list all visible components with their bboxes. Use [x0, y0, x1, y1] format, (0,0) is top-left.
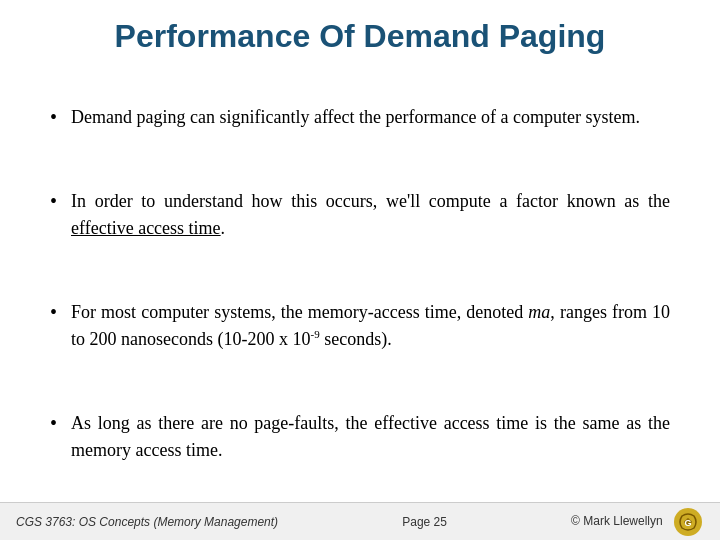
bullet-dot-1: •: [50, 106, 57, 129]
svg-text:G: G: [684, 518, 691, 528]
bullet-item-1: • Demand paging can significantly affect…: [50, 104, 670, 131]
ma-italic: ma: [528, 302, 550, 322]
bullet-text-3: For most computer systems, the memory-ac…: [71, 299, 670, 353]
bullet-dot-4: •: [50, 412, 57, 435]
footer-page-number: Page 25: [402, 515, 447, 529]
footer-copyright-text: © Mark Llewellyn: [571, 514, 663, 528]
logo-icon: G: [672, 506, 704, 538]
bullet-dot-3: •: [50, 301, 57, 324]
bullet-item-2: • In order to understand how this occurs…: [50, 188, 670, 242]
footer-course-info: CGS 3763: OS Concepts (Memory Management…: [16, 515, 278, 529]
slide-footer: CGS 3763: OS Concepts (Memory Management…: [0, 502, 720, 540]
footer-copyright: © Mark Llewellyn G: [571, 506, 704, 538]
bullet-text-1: Demand paging can significantly affect t…: [71, 104, 640, 131]
superscript-9: -9: [310, 328, 319, 340]
bullet-text-4: As long as there are no page-faults, the…: [71, 410, 670, 464]
slide-content: • Demand paging can significantly affect…: [0, 65, 720, 502]
bullet-item-4: • As long as there are no page-faults, t…: [50, 410, 670, 464]
slide-container: Performance Of Demand Paging • Demand pa…: [0, 0, 720, 540]
bullet-text-2: In order to understand how this occurs, …: [71, 188, 670, 242]
bullet-item-3: • For most computer systems, the memory-…: [50, 299, 670, 353]
slide-title: Performance Of Demand Paging: [0, 0, 720, 65]
effective-access-time-text: effective access time: [71, 218, 221, 238]
bullet-dot-2: •: [50, 190, 57, 213]
